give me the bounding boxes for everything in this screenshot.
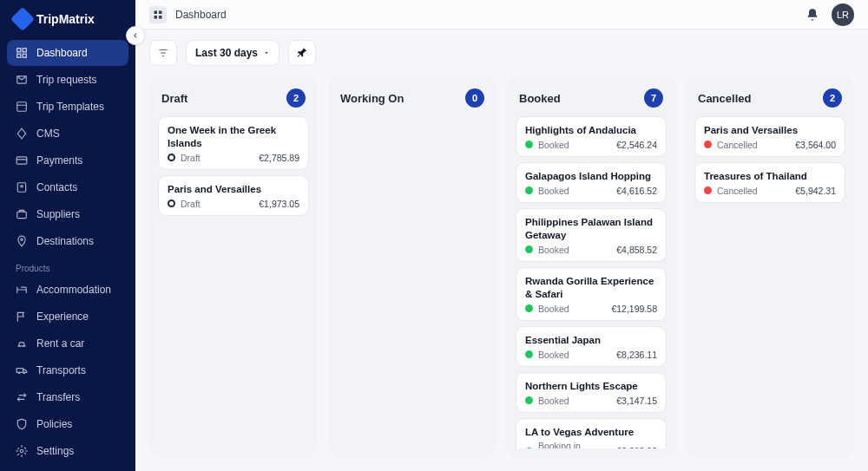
- svg-rect-2: [17, 54, 21, 57]
- sidebar-item-label: Trip Templates: [36, 101, 104, 113]
- trip-card[interactable]: Rwanda Gorilla Experience & Safari Booke…: [516, 267, 667, 321]
- toolbar: Last 30 days: [135, 29, 868, 76]
- sidebar-item-settings[interactable]: Settings: [7, 438, 128, 464]
- status-label: Draft: [181, 153, 201, 163]
- status-label: Cancelled: [717, 140, 758, 150]
- card-title: Paris and Versailles: [704, 124, 836, 137]
- status-dot-icon: [525, 141, 533, 148]
- card-price: €6,380.00: [616, 446, 657, 448]
- sidebar-item-transports[interactable]: Transports: [7, 357, 128, 383]
- column-title: Booked: [519, 92, 561, 105]
- inbox-icon: [16, 74, 28, 86]
- notifications-button[interactable]: [806, 8, 819, 22]
- svg-rect-0: [17, 49, 21, 52]
- sidebar-item-label: Suppliers: [36, 208, 80, 220]
- svg-point-10: [21, 186, 23, 187]
- template-icon: [16, 101, 28, 113]
- column-header: Working On 0: [337, 85, 488, 116]
- status-dot-icon: [168, 154, 175, 161]
- card-title: Northern Lights Escape: [525, 380, 657, 393]
- card-title: LA to Vegas Adventure: [525, 426, 657, 439]
- card-meta: Booked €3,147.15: [525, 396, 657, 406]
- sidebar-item-accommodation[interactable]: Accommodation: [7, 277, 128, 303]
- status-label: Booked: [538, 396, 569, 406]
- card-price: €8,236.11: [616, 350, 657, 360]
- sidebar-item-contacts[interactable]: Contacts: [7, 174, 128, 200]
- column-cancelled: Cancelled 2Paris and Versailles Cancelle…: [686, 76, 854, 457]
- sidebar-item-trip-requests[interactable]: Trip requests: [7, 67, 128, 93]
- card-price: €4,858.52: [616, 245, 657, 255]
- status-dot-icon: [704, 141, 712, 148]
- card-meta: Booked €2,546.24: [525, 140, 657, 150]
- sidebar-item-rent-a-car[interactable]: Rent a car: [7, 330, 128, 357]
- bed-icon: [16, 284, 28, 296]
- trip-card[interactable]: Highlights of Andalucia Booked €2,546.24: [516, 116, 667, 157]
- status-dot-icon: [525, 396, 533, 404]
- trip-card[interactable]: Philippines Palawan Island Getaway Booke…: [516, 208, 667, 262]
- sidebar-item-label: Contacts: [36, 181, 77, 193]
- svg-point-16: [20, 449, 23, 453]
- filter-icon: [157, 47, 169, 59]
- sidebar-item-policies[interactable]: Policies: [7, 411, 128, 437]
- main-region: Dashboard LR Last 30 days Draft 2One Wee…: [135, 0, 868, 471]
- svg-rect-13: [16, 369, 23, 373]
- card-status: Cancelled: [704, 186, 758, 196]
- page-title: Dashboard: [175, 9, 227, 21]
- trip-card[interactable]: Essential Japan Booked €8,236.11: [516, 326, 667, 367]
- card-meta: Draft €1,973.05: [168, 199, 299, 209]
- sidebar-item-experience[interactable]: Experience: [7, 304, 128, 330]
- card-status: Cancelled: [704, 140, 758, 150]
- card-status: Booked: [525, 396, 569, 406]
- sidebar-item-destinations[interactable]: Destinations: [7, 228, 128, 254]
- card-status: Draft: [168, 153, 201, 163]
- pin-icon: [296, 47, 308, 59]
- collapse-sidebar-button[interactable]: [126, 26, 145, 45]
- sidebar-item-label: Rent a car: [36, 337, 84, 350]
- suppliers-icon: [16, 208, 28, 220]
- sidebar-item-trip-templates[interactable]: Trip Templates: [7, 94, 128, 120]
- contacts-icon: [16, 181, 28, 193]
- trip-card[interactable]: LA to Vegas Adventure Booking in progres…: [516, 418, 667, 449]
- svg-rect-11: [17, 212, 27, 219]
- trip-card[interactable]: Northern Lights Escape Booked €3,147.15: [516, 372, 667, 413]
- brand-logo[interactable]: TripMatrix: [7, 10, 128, 40]
- status-dot-icon: [525, 245, 533, 253]
- svg-rect-19: [155, 16, 158, 19]
- trip-card[interactable]: Treasures of Thailand Cancelled €5,942.3…: [694, 162, 845, 203]
- svg-rect-5: [17, 102, 27, 112]
- trip-card[interactable]: Paris and Versailles Draft €1,973.05: [158, 175, 309, 216]
- logo-icon: [10, 7, 35, 31]
- trip-card[interactable]: Paris and Versailles Cancelled €3,564.00: [694, 116, 845, 157]
- nav-products: Accommodation Experience Rent a car Tran…: [7, 277, 128, 411]
- sidebar-item-dashboard[interactable]: Dashboard: [7, 40, 128, 66]
- column-title: Working On: [340, 92, 404, 105]
- topbar: Dashboard LR: [135, 0, 868, 29]
- card-title: One Week in the Greek Islands: [168, 124, 299, 150]
- nav-footer: Policies Settings: [7, 411, 128, 465]
- avatar[interactable]: LR: [832, 3, 854, 26]
- card-price: €2,546.24: [616, 140, 657, 150]
- products-label: Products: [7, 255, 128, 277]
- sidebar-item-label: Transports: [36, 364, 86, 376]
- card-title: Essential Japan: [525, 334, 657, 347]
- transfer-icon: [16, 391, 28, 403]
- sidebar-item-suppliers[interactable]: Suppliers: [7, 201, 128, 227]
- diamond-icon: [16, 128, 28, 140]
- trip-card[interactable]: One Week in the Greek Islands Draft €2,7…: [158, 116, 309, 170]
- card-title: Philippines Palawan Island Getaway: [525, 216, 657, 242]
- brand-name: TripMatrix: [36, 12, 95, 26]
- status-dot-icon: [525, 304, 533, 312]
- card-meta: Cancelled €5,942.31: [704, 186, 836, 196]
- card-meta: Cancelled €3,564.00: [704, 140, 836, 150]
- card-price: €4,616.52: [616, 186, 657, 196]
- trip-card[interactable]: Galapagos Island Hopping Booked €4,616.5…: [516, 162, 667, 203]
- sidebar-item-cms[interactable]: CMS: [7, 121, 128, 147]
- sidebar-item-transfers[interactable]: Transfers: [7, 384, 128, 410]
- card-price: €12,199.58: [611, 304, 657, 314]
- pin-button[interactable]: [288, 40, 316, 66]
- status-dot-icon: [525, 448, 533, 448]
- column-count: 2: [823, 88, 842, 108]
- filter-button[interactable]: [149, 40, 177, 66]
- date-range-button[interactable]: Last 30 days: [186, 40, 279, 66]
- sidebar-item-payments[interactable]: Payments: [7, 147, 128, 173]
